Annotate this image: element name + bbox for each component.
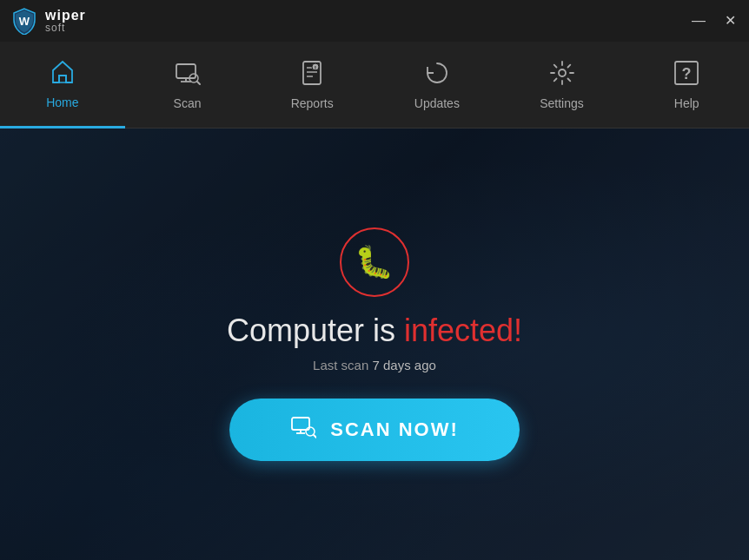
- nav-item-scan[interactable]: Scan: [125, 42, 250, 128]
- navbar: Home Scan ! Reports: [0, 42, 749, 128]
- last-scan-label: Last scan: [313, 358, 368, 372]
- svg-text:!: !: [315, 65, 316, 71]
- minimize-button[interactable]: —: [690, 12, 707, 30]
- main-inner: 🐛 Computer is infected! Last scan 7 days…: [227, 227, 522, 461]
- status-infected: infected!: [404, 313, 522, 348]
- window-controls: — ✕: [690, 12, 739, 30]
- nav-label-reports: Reports: [291, 96, 334, 110]
- updates-icon: [423, 59, 451, 91]
- nav-label-settings: Settings: [540, 96, 584, 110]
- close-button[interactable]: ✕: [721, 12, 739, 30]
- svg-point-13: [559, 69, 566, 76]
- status-prefix: Computer is: [227, 313, 404, 348]
- nav-label-help: Help: [674, 96, 699, 110]
- titlebar: W wiper soft — ✕: [0, 0, 749, 42]
- scan-btn-label: SCAN NOW!: [330, 418, 459, 441]
- logo-soft: soft: [45, 23, 86, 34]
- shield-icon: W: [10, 7, 38, 35]
- svg-text:W: W: [19, 15, 30, 28]
- nav-item-updates[interactable]: Updates: [374, 42, 500, 128]
- svg-rect-2: [176, 64, 196, 78]
- nav-item-home[interactable]: Home: [0, 42, 125, 128]
- last-scan: Last scan 7 days ago: [313, 358, 436, 372]
- bug-circle: 🐛: [340, 227, 409, 297]
- main-content: 🐛 Computer is infected! Last scan 7 days…: [0, 128, 749, 560]
- svg-line-6: [197, 82, 200, 84]
- nav-label-updates: Updates: [414, 96, 460, 110]
- last-scan-time: 7 days ago: [372, 358, 435, 372]
- reports-icon: !: [298, 59, 326, 91]
- help-icon: ?: [673, 59, 700, 91]
- bug-icon: 🐛: [355, 244, 394, 280]
- app-logo: W wiper soft: [10, 7, 86, 35]
- nav-label-scan: Scan: [174, 96, 202, 110]
- svg-line-20: [314, 435, 316, 438]
- nav-item-help[interactable]: ? Help: [624, 42, 749, 128]
- status-text: Computer is infected!: [227, 313, 522, 349]
- logo-text: wiper soft: [45, 8, 86, 35]
- scan-btn-icon: [290, 414, 316, 445]
- scan-icon: [174, 59, 202, 91]
- logo-wiper: wiper: [45, 8, 86, 23]
- svg-text:?: ?: [682, 65, 692, 82]
- home-icon: [49, 58, 76, 90]
- svg-rect-1: [59, 76, 66, 82]
- settings-icon: [548, 59, 576, 91]
- nav-label-home: Home: [46, 96, 78, 109]
- scan-now-button[interactable]: SCAN NOW!: [229, 399, 520, 461]
- nav-item-settings[interactable]: Settings: [500, 42, 625, 128]
- nav-item-reports[interactable]: ! Reports: [249, 42, 374, 128]
